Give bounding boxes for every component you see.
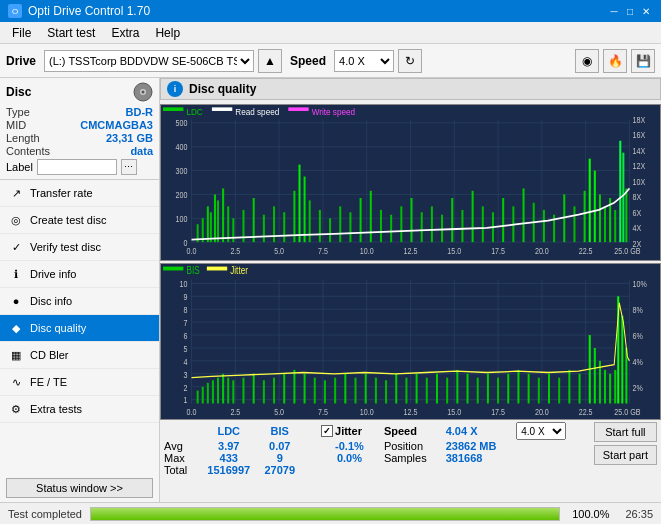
cd-bler-icon: ▦ — [8, 347, 24, 363]
svg-rect-202 — [594, 348, 596, 404]
max-label: Max — [164, 452, 199, 464]
sidebar-item-disc-info[interactable]: ● Disc info — [0, 288, 159, 315]
close-button[interactable]: ✕ — [639, 4, 653, 18]
svg-rect-160 — [202, 387, 204, 404]
sidebar-item-create-test-disc[interactable]: ◎ Create test disc — [0, 207, 159, 234]
maximize-button[interactable]: □ — [623, 4, 637, 18]
svg-rect-159 — [197, 391, 199, 404]
refresh-button[interactable]: ↻ — [398, 49, 422, 73]
sidebar: Disc Type BD-R MID CMCMAGBA3 Length — [0, 78, 160, 502]
sidebar-item-drive-info[interactable]: ℹ Drive info — [0, 261, 159, 288]
extra-tests-icon: ⚙ — [8, 401, 24, 417]
mid-label: MID — [6, 119, 26, 131]
transfer-rate-icon: ↗ — [8, 185, 24, 201]
svg-rect-70 — [309, 200, 311, 242]
svg-rect-84 — [451, 198, 453, 242]
statusbar: Test completed 100.0% 26:35 — [0, 502, 661, 524]
svg-text:20.0: 20.0 — [535, 407, 549, 417]
svg-rect-103 — [614, 210, 616, 242]
svg-rect-91 — [523, 188, 525, 242]
svg-text:0.0: 0.0 — [187, 407, 197, 417]
sidebar-item-fe-te[interactable]: ∿ FE / TE — [0, 369, 159, 396]
fe-te-icon: ∿ — [8, 374, 24, 390]
drive-info-label: Drive info — [30, 268, 76, 280]
status-window-button[interactable]: Status window >> — [6, 478, 153, 498]
sidebar-item-disc-quality[interactable]: ◆ Disc quality — [0, 315, 159, 342]
svg-rect-57 — [214, 194, 216, 242]
svg-rect-75 — [360, 198, 362, 242]
avg-bis: 0.07 — [259, 440, 302, 452]
svg-text:400: 400 — [176, 143, 188, 153]
svg-rect-58 — [217, 200, 219, 242]
svg-rect-59 — [222, 188, 224, 242]
svg-text:4X: 4X — [633, 224, 642, 234]
svg-text:500: 500 — [176, 119, 188, 129]
speed-header-label: Speed — [378, 422, 446, 440]
label-input[interactable] — [37, 159, 117, 175]
sidebar-item-cd-bler[interactable]: ▦ CD Bler — [0, 342, 159, 369]
svg-rect-186 — [436, 374, 438, 404]
svg-text:14X: 14X — [633, 146, 646, 156]
scan-button[interactable]: ◉ — [575, 49, 599, 73]
svg-rect-170 — [273, 378, 275, 404]
svg-text:10: 10 — [180, 279, 188, 289]
svg-text:7: 7 — [184, 318, 188, 328]
svg-rect-63 — [253, 198, 255, 242]
menu-file[interactable]: File — [4, 24, 39, 42]
svg-text:0.0: 0.0 — [187, 247, 197, 257]
svg-rect-97 — [584, 191, 586, 242]
svg-text:20.0: 20.0 — [535, 247, 549, 257]
speed-dropdown[interactable]: 4.0 X — [516, 422, 566, 440]
svg-text:300: 300 — [176, 167, 188, 177]
svg-rect-208 — [621, 316, 623, 404]
menu-help[interactable]: Help — [147, 24, 188, 42]
sidebar-item-transfer-rate[interactable]: ↗ Transfer rate — [0, 180, 159, 207]
svg-text:Jitter: Jitter — [230, 265, 248, 276]
ldc-chart: LDC Read speed Write speed — [160, 104, 661, 261]
svg-rect-188 — [456, 370, 458, 404]
avg-label: Avg — [164, 440, 199, 452]
speed-select[interactable]: 4.0 X — [334, 50, 394, 72]
svg-rect-87 — [482, 206, 484, 242]
eject-button[interactable]: ▲ — [258, 49, 282, 73]
verify-test-disc-label: Verify test disc — [30, 241, 101, 253]
save-button[interactable]: 💾 — [631, 49, 655, 73]
disc-info-label: Disc info — [30, 295, 72, 307]
burn-button[interactable]: 🔥 — [603, 49, 627, 73]
mid-value: CMCMAGBA3 — [80, 119, 153, 131]
status-text: Test completed — [8, 508, 82, 520]
max-row: Max 433 9 0.0% Samples 381668 — [164, 452, 586, 464]
stats-table: LDC BIS ✓ Jitter Speed 4.0 — [164, 422, 586, 476]
svg-rect-71 — [319, 210, 321, 242]
svg-text:25.0 GB: 25.0 GB — [614, 247, 640, 257]
progress-bar — [90, 507, 560, 521]
disc-panel: Disc Type BD-R MID CMCMAGBA3 Length — [0, 78, 159, 180]
svg-text:17.5: 17.5 — [491, 407, 505, 417]
drive-select[interactable]: (L:) TSSTcorp BDDVDW SE-506CB TS02 — [44, 50, 254, 72]
svg-rect-192 — [497, 378, 499, 404]
cd-bler-label: CD Bler — [30, 349, 69, 361]
start-part-button[interactable]: Start part — [594, 445, 657, 465]
disc-icon — [133, 82, 153, 102]
sidebar-item-verify-test-disc[interactable]: ✓ Verify test disc — [0, 234, 159, 261]
start-full-button[interactable]: Start full — [594, 422, 657, 442]
sidebar-item-extra-tests[interactable]: ⚙ Extra tests — [0, 396, 159, 423]
menu-start-test[interactable]: Start test — [39, 24, 103, 42]
svg-rect-110 — [207, 267, 227, 271]
disc-quality-icon: ◆ — [8, 320, 24, 336]
status-percent: 100.0% — [572, 508, 609, 520]
label-label: Label — [6, 161, 33, 173]
menu-extra[interactable]: Extra — [103, 24, 147, 42]
jitter-checkbox[interactable]: ✓ — [321, 425, 333, 437]
svg-text:15.0: 15.0 — [447, 247, 461, 257]
svg-rect-60 — [227, 206, 229, 242]
svg-rect-189 — [467, 374, 469, 404]
svg-rect-177 — [344, 374, 346, 404]
max-ldc: 433 — [199, 452, 259, 464]
svg-text:16X: 16X — [633, 131, 646, 141]
minimize-button[interactable]: ─ — [607, 4, 621, 18]
panel-title: Disc quality — [189, 82, 256, 96]
svg-rect-64 — [263, 215, 265, 242]
label-browse-button[interactable]: ⋯ — [121, 159, 137, 175]
svg-rect-82 — [431, 206, 433, 242]
